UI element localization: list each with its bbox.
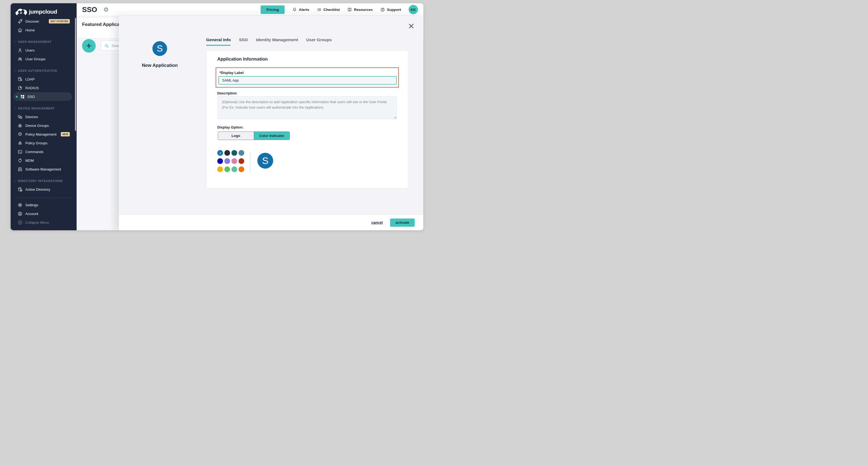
sidebar-item-label: Users <box>25 48 35 52</box>
sidebar-item-label: Account <box>25 212 38 216</box>
sidebar-item-mdm[interactable]: MDM <box>11 156 76 165</box>
sidebar-item-label: Discover <box>25 19 39 24</box>
sidebar-item-label: RADIUS <box>25 86 39 90</box>
sidebar-item-account[interactable]: Account <box>11 209 76 218</box>
section-header-device-management[interactable]: DEVICE MANAGEMENT <box>11 105 76 111</box>
sidebar-item-policy-groups[interactable]: Policy Groups <box>11 139 76 147</box>
software-management-icon <box>18 167 23 172</box>
sidebar-nav: Discover GET STARTED Home USER MANAGEMEN… <box>11 17 76 227</box>
toggle-logo[interactable]: Logo <box>218 132 254 140</box>
sidebar-item-label: Devices <box>25 115 38 119</box>
color-swatch[interactable] <box>231 150 237 156</box>
active-indicator-dot <box>16 96 18 98</box>
color-swatch[interactable] <box>224 158 230 164</box>
sidebar-section-device-management: DEVICE MANAGEMENT Devices Device Groups … <box>11 105 76 174</box>
color-swatch[interactable] <box>231 158 237 164</box>
sidebar-item-policy-management[interactable]: Policy Management NEW <box>11 130 76 139</box>
info-icon[interactable] <box>103 7 108 12</box>
activate-button[interactable]: activate <box>390 219 415 227</box>
resources-button[interactable]: Resources <box>347 7 373 12</box>
section-title: DIRECTORY INTEGRATIONS <box>18 179 63 182</box>
color-swatch-grid <box>217 150 246 172</box>
policy-management-icon <box>18 132 23 137</box>
sidebar-item-active-directory[interactable]: Active Directory <box>11 185 76 194</box>
color-swatch-selected[interactable] <box>217 150 223 156</box>
chevron-down-icon <box>14 69 17 72</box>
toggle-color-indicator[interactable]: Color Indicator <box>254 132 290 140</box>
swatch-preview-divider <box>250 152 251 173</box>
section-header-user-authentication[interactable]: USER AUTHENTICATION <box>11 68 76 74</box>
tab-sso[interactable]: SSO <box>239 37 248 45</box>
sidebar-item-user-groups[interactable]: User Groups <box>11 55 76 63</box>
color-swatch[interactable] <box>239 167 244 172</box>
sidebar-item-collapse-menu[interactable]: Collapse Menu <box>11 218 76 227</box>
top-bar-actions: Pricing Alerts Checklist Resources Suppo… <box>260 5 418 14</box>
sidebar-item-device-groups[interactable]: Device Groups <box>11 121 76 130</box>
sidebar-item-sso[interactable]: SSO <box>13 92 72 101</box>
color-swatch[interactable] <box>224 167 230 172</box>
jumpcloud-logo[interactable]: jumpcloud <box>11 3 76 17</box>
sidebar-item-label: Software Management <box>25 167 61 171</box>
add-application-button[interactable] <box>82 39 96 53</box>
color-swatch[interactable] <box>239 150 244 156</box>
gear-icon <box>18 202 23 208</box>
pricing-button[interactable]: Pricing <box>260 5 285 14</box>
sidebar-item-label: Policy Groups <box>25 141 48 145</box>
cancel-link[interactable]: cancel <box>371 221 383 225</box>
active-directory-icon <box>18 187 23 192</box>
sidebar-item-label: LDAP <box>25 77 35 81</box>
sidebar-item-label: User Groups <box>25 57 45 61</box>
support-button[interactable]: Support <box>380 7 401 12</box>
tab-user-groups[interactable]: User Groups <box>306 37 332 45</box>
device-groups-icon <box>18 123 23 128</box>
sidebar-item-settings[interactable]: Settings <box>11 201 76 209</box>
sidebar-item-label: Home <box>25 28 35 32</box>
tab-general-info[interactable]: General Info <box>206 37 230 45</box>
sidebar-item-discover[interactable]: Discover GET STARTED <box>11 17 76 26</box>
get-started-badge: GET STARTED <box>49 19 70 24</box>
description-label: Description <box>217 91 237 95</box>
ldap-database-icon <box>18 77 23 82</box>
user-group-icon <box>18 56 23 62</box>
chevron-down-icon <box>14 107 17 110</box>
sidebar: jumpcloud Discover GET STARTED Home USER… <box>11 3 76 230</box>
sidebar-item-devices[interactable]: Devices <box>11 112 76 121</box>
sidebar-item-home[interactable]: Home <box>11 26 76 34</box>
avatar[interactable]: KK <box>409 5 418 14</box>
search-icon <box>104 43 109 48</box>
color-swatch[interactable] <box>224 150 230 156</box>
color-swatch[interactable] <box>231 167 237 172</box>
application-information-card: Application Information *Display Label D… <box>206 50 408 188</box>
action-label: Checklist <box>323 8 340 12</box>
modal-tabs: General Info SSO Identity Management Use… <box>206 37 332 45</box>
sidebar-scrollbar[interactable] <box>75 18 76 131</box>
section-header-directory-integrations[interactable]: DIRECTORY INTEGRATIONS <box>11 178 76 184</box>
application-identity: S New Application <box>130 41 190 68</box>
sidebar-item-software-management[interactable]: Software Management <box>11 165 76 174</box>
section-header-user-management[interactable]: USER MANAGEMENT <box>11 39 76 45</box>
display-label-highlight: *Display Label <box>216 67 399 88</box>
color-swatch[interactable] <box>217 158 223 164</box>
display-label-input[interactable] <box>218 76 397 85</box>
sidebar-item-ldap[interactable]: LDAP <box>11 75 76 84</box>
user-icon <box>18 48 23 53</box>
color-swatch[interactable] <box>239 158 244 164</box>
color-swatch[interactable] <box>217 167 223 172</box>
display-label-label: *Display Label <box>219 71 244 75</box>
alerts-button[interactable]: Alerts <box>292 7 309 12</box>
description-textarea[interactable] <box>218 96 397 119</box>
sidebar-section-directory-integrations: DIRECTORY INTEGRATIONS Active Directory <box>11 178 76 194</box>
rocket-icon <box>18 19 23 24</box>
checklist-button[interactable]: Checklist <box>317 7 340 12</box>
sidebar-item-radius[interactable]: RADIUS <box>11 84 76 92</box>
sidebar-item-users[interactable]: Users <box>11 46 76 55</box>
tab-identity-management[interactable]: Identity Management <box>256 37 298 45</box>
sidebar-item-label: Collapse Menu <box>25 221 49 225</box>
close-icon[interactable] <box>408 23 415 29</box>
help-icon <box>380 7 385 12</box>
application-name: New Application <box>130 63 190 68</box>
home-icon <box>18 28 23 33</box>
sidebar-item-commands[interactable]: Commands <box>11 147 76 156</box>
chevron-down-icon <box>14 41 17 43</box>
sidebar-divider <box>15 198 72 198</box>
